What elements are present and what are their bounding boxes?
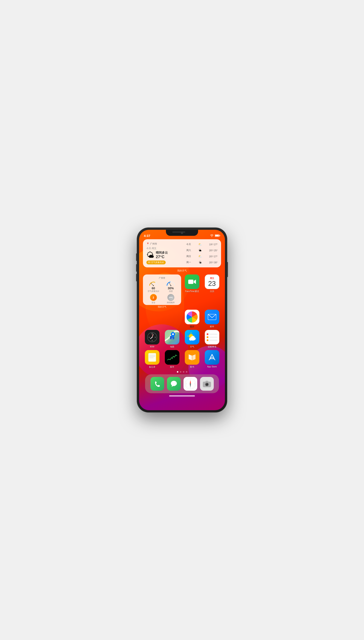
dock-camera[interactable] xyxy=(200,377,214,391)
app-maps[interactable]: I 280 地图 xyxy=(163,330,181,348)
humidity-gauge xyxy=(166,281,176,287)
forecast-icon-1: 🌥 xyxy=(199,249,202,252)
reminder-1 xyxy=(207,333,218,335)
forecast-day-0: 今天 xyxy=(186,243,191,246)
books-icon xyxy=(185,350,200,365)
svg-text:280: 280 xyxy=(171,338,173,339)
page-dot-2[interactable] xyxy=(183,371,184,373)
app-notes[interactable]: 备忘录 xyxy=(143,350,161,369)
mail-label: 邮件 xyxy=(210,325,214,328)
app-stocks[interactable]: 股市 xyxy=(163,350,181,369)
notes-label: 备忘录 xyxy=(149,366,156,369)
messages-dock-icon xyxy=(167,377,181,391)
dock-safari[interactable] xyxy=(184,377,197,391)
wifi-icon xyxy=(210,234,214,237)
notes-svg xyxy=(147,352,157,363)
reminder-line-1 xyxy=(210,334,218,334)
notes-icon xyxy=(145,350,160,365)
reminder-dot-2 xyxy=(207,336,208,338)
status-icons xyxy=(210,234,220,237)
dock-phone[interactable] xyxy=(150,377,164,391)
svg-text:6: 6 xyxy=(152,340,152,341)
svg-text:9: 9 xyxy=(149,337,150,338)
facetime-label: FaceTime通话 xyxy=(185,290,199,293)
page-dot-0[interactable] xyxy=(177,371,178,373)
svg-rect-1 xyxy=(220,235,220,236)
clock-face-svg: 12 3 6 9 xyxy=(147,332,158,343)
app-facetime[interactable]: FaceTime通话 xyxy=(183,274,201,308)
weather-widget[interactable]: 📍 广州市 今天·周五 🌤 晴间多云 27°C 60 空气质量良好 xyxy=(143,239,221,267)
app-books[interactable]: 图书 xyxy=(183,350,201,369)
forecast-row-0: 今天 ⛅ 19°/ 27° xyxy=(186,242,218,246)
reminders-label: 提醒事项 xyxy=(208,345,216,348)
svg-point-31 xyxy=(191,336,195,340)
app-calendar[interactable]: 周五 23 日历 xyxy=(203,274,221,308)
page-dots xyxy=(143,371,221,373)
svg-rect-2 xyxy=(215,235,219,236)
weather-mini-widget-label: 我的天气 xyxy=(143,305,181,308)
forecast-day-2: 周日 xyxy=(186,255,191,258)
appstore-svg xyxy=(207,353,217,362)
app-weather[interactable]: 天气 xyxy=(183,330,201,348)
maps-pin xyxy=(171,332,175,338)
app-clock[interactable]: 12 3 6 9 时钟 xyxy=(143,330,161,348)
weather-mini-uv: 2 安全 xyxy=(145,294,162,305)
weather-app-label: 天气 xyxy=(190,345,194,348)
iphone-frame: 4:37 xyxy=(137,228,227,412)
humidity-value: 30% xyxy=(168,287,174,290)
svg-line-3 xyxy=(151,283,154,286)
books-label: 图书 xyxy=(190,366,194,369)
front-camera xyxy=(181,232,183,234)
aqi-value: 60 xyxy=(152,287,155,290)
weather-mini-aqi: 60 空气质量良好 xyxy=(145,281,162,293)
rain-label: 降雨概率 xyxy=(167,301,175,304)
dock-messages[interactable] xyxy=(167,377,181,391)
app-photos[interactable]: 照片 xyxy=(183,310,201,328)
appstore-label: App Store xyxy=(207,366,216,368)
app-appstore[interactable]: App Store xyxy=(203,350,221,369)
app-mail[interactable]: 邮件 xyxy=(203,310,221,328)
facetime-icon xyxy=(185,274,200,289)
maps-label: 地图 xyxy=(170,345,174,348)
app-reminders[interactable]: 提醒事项 xyxy=(203,330,221,348)
svg-point-23 xyxy=(172,333,174,335)
app-grid-row1: 广州市 60 空气质量良好 xyxy=(143,274,221,308)
page-dot-3[interactable] xyxy=(186,371,187,373)
safari-svg xyxy=(184,378,196,390)
weather-app-icon xyxy=(185,330,200,344)
svg-text:12: 12 xyxy=(151,333,153,334)
svg-text:3: 3 xyxy=(155,337,156,338)
page-dot-1[interactable] xyxy=(180,371,181,373)
forecast-icon-2: ⛅ xyxy=(198,255,202,258)
weather-icon: 🌤 xyxy=(146,251,154,259)
forecast-temp-3: 20°/ 30° xyxy=(209,261,218,264)
aqi-label: 空气质量良好 xyxy=(148,290,159,293)
calendar-label: 日历 xyxy=(210,290,214,293)
weather-app-svg xyxy=(186,331,198,343)
reminder-2 xyxy=(207,336,218,338)
svg-point-6 xyxy=(170,285,171,286)
forecast-icon-3: 🌤 xyxy=(199,261,202,264)
facetime-icon-svg xyxy=(188,279,196,285)
mail-icon xyxy=(205,310,219,324)
weather-mini-grid: 60 空气质量良好 30% xyxy=(145,281,179,305)
maps-icon: I 280 xyxy=(165,330,180,344)
weather-mini-widget-container: 广州市 60 空气质量良好 xyxy=(143,274,181,308)
weather-forecast: 今天 ⛅ 19°/ 27° 周六 🌥 20°/ 25° 周日 ⛅ 20°/ 27… xyxy=(186,242,218,264)
calendar-day-name: 周五 xyxy=(205,276,219,280)
safari-dock-icon xyxy=(184,377,197,391)
uv-label: 安全 xyxy=(152,301,156,304)
dock-container xyxy=(143,374,221,393)
weather-widget-label: 我的天气 xyxy=(143,269,221,272)
reminders-icon xyxy=(205,330,219,344)
weather-mini-widget[interactable]: 广州市 60 空气质量良好 xyxy=(143,274,181,305)
reminder-line-3 xyxy=(210,340,218,340)
aqi-gauge xyxy=(149,281,158,287)
phone-svg xyxy=(154,380,161,388)
svg-point-50 xyxy=(190,383,191,384)
weather-desc-block: 晴间多云 27°C xyxy=(156,251,168,259)
calendar-day-num: 23 xyxy=(208,280,216,287)
maps-bg: I 280 xyxy=(165,330,180,344)
forecast-day-3: 周一 xyxy=(186,261,191,264)
phone-dock-icon xyxy=(150,377,164,391)
